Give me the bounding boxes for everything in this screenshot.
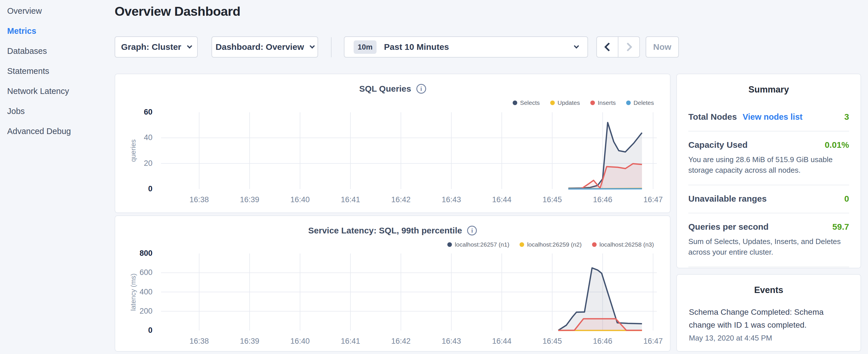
x-tick-label: 16:44: [492, 337, 512, 346]
dashboard-dropdown[interactable]: Dashboard: Overview: [212, 36, 318, 58]
chevron-right-icon: [623, 42, 632, 51]
x-tick-label: 16:43: [442, 195, 461, 204]
legend-dot-localhost-26258-n3: [592, 242, 597, 247]
summary-title: Summary: [677, 85, 861, 95]
x-tick-label: 16:40: [290, 195, 310, 204]
summary-row-value: 0: [844, 194, 849, 204]
summary-row-label: Capacity Used: [688, 140, 748, 150]
graph-dropdown-label: Graph: Cluster: [121, 42, 181, 52]
legend-label: Deletes: [633, 99, 654, 106]
events-panel: Events Schema Change Completed: Schema c…: [676, 274, 861, 352]
events-title: Events: [677, 285, 861, 295]
legend-dot-updates: [550, 100, 555, 105]
now-button[interactable]: Now: [646, 36, 679, 58]
legend-item-localhost-26257-n1: localhost:26257 (n1): [447, 241, 509, 248]
legend-dot-localhost-26259-n2: [520, 242, 524, 247]
x-tick-label: 16:41: [341, 337, 360, 346]
time-forward-button[interactable]: [618, 37, 639, 57]
x-tick-label: 16:38: [189, 195, 209, 204]
x-tick-label: 16:45: [542, 195, 562, 204]
x-tick-label: 16:46: [593, 195, 612, 204]
x-tick-label: 16:47: [643, 337, 663, 346]
x-tick-label: 16:45: [542, 337, 562, 346]
chart-plot-area[interactable]: [161, 112, 657, 189]
x-tick-label: 16:39: [240, 195, 259, 204]
graph-dropdown[interactable]: Graph: Cluster: [115, 36, 198, 58]
sidebar-item-overview[interactable]: Overview: [7, 1, 71, 21]
chart-legend: localhost:26257 (n1)localhost:26259 (n2)…: [447, 241, 654, 248]
sidebar-item-advanced-debug[interactable]: Advanced Debug: [7, 121, 71, 141]
summary-row-value: 3: [844, 112, 849, 122]
y-tick-label: 800: [118, 249, 152, 258]
summary-row-description: You are using 28.6 MiB of 515.9 GiB usab…: [688, 154, 849, 175]
event-timestamp: May 13, 2020 at 4:45 PM: [689, 334, 848, 343]
x-tick-label: 16:39: [240, 337, 259, 346]
summary-row-capacity-used: Capacity Used0.01%You are using 28.6 MiB…: [688, 131, 849, 185]
summary-row-value: 0.01%: [825, 140, 849, 150]
summary-panel: Summary Total NodesView nodes list3Capac…: [676, 74, 861, 268]
info-icon[interactable]: [416, 84, 426, 94]
x-tick-label: 16:42: [391, 337, 411, 346]
summary-row-label: Unavailable ranges: [688, 194, 767, 204]
sidebar-item-databases[interactable]: Databases: [7, 41, 71, 61]
chart-title: SQL Queries: [359, 84, 411, 94]
summary-rows: Total NodesView nodes list3Capacity Used…: [688, 103, 849, 295]
time-range-label: Past 10 Minutes: [384, 42, 449, 52]
y-axis-title: queries: [129, 139, 137, 162]
x-tick-label: 16:40: [290, 337, 310, 346]
legend-dot-localhost-26257-n1: [447, 242, 452, 247]
sidebar-item-statements[interactable]: Statements: [7, 61, 71, 81]
summary-row-unavailable-ranges: Unavailable ranges0: [688, 185, 849, 213]
event-item[interactable]: Schema Change Completed: Schema change w…: [689, 305, 848, 343]
legend-item-localhost-26258-n3: localhost:26258 (n3): [592, 241, 654, 248]
y-axis-title: latency (ms): [129, 273, 137, 311]
y-tick-label: 60: [118, 108, 152, 117]
legend-label: localhost:26258 (n3): [599, 241, 654, 248]
legend-label: Selects: [520, 99, 540, 106]
events-list: Schema Change Completed: Schema change w…: [677, 305, 861, 343]
summary-row-label: Total Nodes: [688, 112, 737, 122]
dashboard-dropdown-label: Dashboard: Overview: [216, 42, 304, 52]
legend-label: localhost:26259 (n2): [527, 241, 582, 248]
legend-item-inserts: Inserts: [590, 99, 616, 106]
page-title: Overview Dashboard: [115, 4, 241, 19]
chevron-left-icon: [604, 42, 613, 51]
legend-item-localhost-26259-n2: localhost:26259 (n2): [520, 241, 582, 248]
time-back-button[interactable]: [597, 37, 618, 57]
sidebar-item-jobs[interactable]: Jobs: [7, 101, 71, 121]
sidebar-nav: OverviewMetricsDatabasesStatementsNetwor…: [7, 1, 71, 141]
x-tick-label: 16:43: [442, 337, 461, 346]
summary-row-total-nodes: Total NodesView nodes list3: [688, 103, 849, 131]
x-tick-label: 16:44: [492, 195, 512, 204]
service-latency-chart-card: Service Latency: SQL, 99th percentile lo…: [115, 215, 671, 352]
info-icon[interactable]: [467, 226, 477, 235]
legend-dot-selects: [513, 100, 517, 105]
legend-dot-deletes: [626, 100, 631, 105]
x-tick-label: 16:41: [341, 195, 360, 204]
chart-legend: SelectsUpdatesInsertsDeletes: [513, 99, 654, 106]
y-tick-label: 0: [118, 326, 152, 335]
chevron-down-icon: [574, 43, 579, 49]
summary-row-queries-per-second: Queries per second59.7Sum of Selects, Up…: [688, 213, 849, 267]
chevron-down-icon: [187, 43, 192, 49]
sidebar-item-metrics[interactable]: Metrics: [7, 21, 71, 41]
event-message: Schema Change Completed: Schema change w…: [689, 305, 848, 331]
sidebar-item-network-latency[interactable]: Network Latency: [7, 81, 71, 101]
x-tick-label: 16:47: [643, 195, 663, 204]
time-range-dropdown[interactable]: 10m Past 10 Minutes: [344, 36, 588, 58]
legend-item-selects: Selects: [513, 99, 540, 106]
legend-label: Inserts: [598, 99, 616, 106]
chart-plot-area[interactable]: [161, 254, 657, 330]
x-tick-label: 16:38: [189, 337, 209, 346]
y-tick-label: 0: [118, 185, 152, 193]
chevron-down-icon: [309, 43, 315, 49]
legend-item-deletes: Deletes: [626, 99, 654, 106]
toolbar-divider: [331, 37, 332, 57]
chart-title: Service Latency: SQL, 99th percentile: [308, 226, 462, 235]
legend-label: localhost:26257 (n1): [455, 241, 509, 248]
sql-queries-chart-card: SQL Queries SelectsUpdatesInsertsDeletes…: [115, 74, 671, 213]
legend-label: Updates: [558, 99, 580, 106]
time-range-badge: 10m: [353, 40, 376, 54]
view-nodes-list-link[interactable]: View nodes list: [743, 112, 802, 122]
x-tick-label: 16:46: [593, 337, 612, 346]
